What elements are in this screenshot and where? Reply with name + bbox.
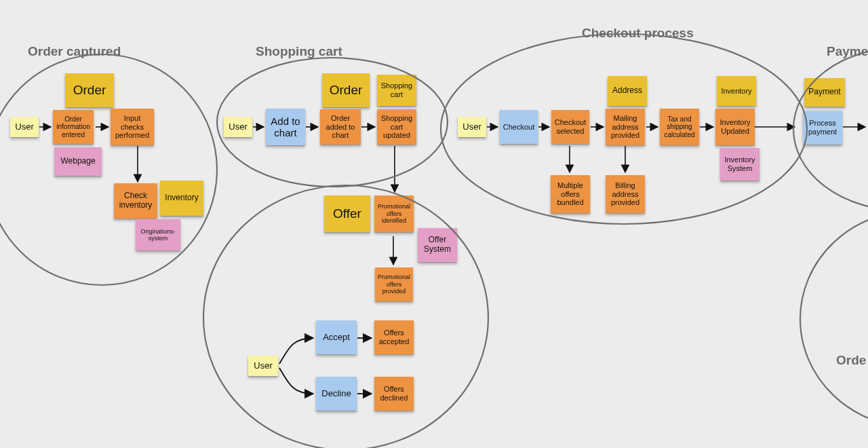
note-pm-payment[interactable]: Payment (804, 78, 845, 107)
note-of-user[interactable]: User (248, 356, 278, 376)
note-ck-address[interactable]: Address (608, 76, 647, 106)
ellipses-layer (0, 0, 868, 448)
note-ck-checkout-selected[interactable]: Checkout selected (551, 110, 589, 144)
section-title-order-captured: Order captured (28, 44, 121, 59)
note-sc-add-to-cart[interactable]: Add to chart (266, 109, 305, 145)
note-oc-inventory[interactable]: Inventory (160, 181, 203, 216)
note-of-offer-system[interactable]: Offer System (418, 228, 457, 262)
note-of-offers-accepted[interactable]: Offers accepted (374, 320, 414, 354)
note-sc-user[interactable]: User (224, 117, 252, 137)
note-oc-check-inventory[interactable]: Check inventory (114, 183, 157, 219)
note-oc-originations[interactable]: Originations-system (136, 219, 180, 250)
note-ck-inventory[interactable]: Inventory (717, 76, 756, 106)
note-pm-process-payment[interactable]: Process payment (803, 111, 842, 145)
section-title-shopping-cart: Shopping cart (256, 44, 342, 59)
note-sc-shopping-cart[interactable]: Shopping cart (377, 75, 416, 106)
note-oc-order[interactable]: Order (65, 73, 114, 107)
note-ck-tax[interactable]: Tax and shipping calculated (660, 109, 699, 145)
note-of-promo-provided[interactable]: Promotional offers provided (375, 267, 413, 301)
note-of-promo-identified[interactable]: Promotional offers identified (374, 195, 414, 232)
note-ck-mailing[interactable]: Mailing address provided (606, 109, 645, 145)
svg-point-24 (800, 210, 868, 428)
note-ck-inv-system[interactable]: Inventory System (720, 148, 760, 181)
note-oc-user[interactable]: User (10, 117, 39, 137)
note-ck-multiple-offers[interactable]: Multiple offers bundled (551, 175, 590, 213)
note-oc-input-checks[interactable]: Input checks performed (111, 109, 154, 145)
note-sc-order[interactable]: Order (322, 73, 370, 107)
note-oc-order-info[interactable]: Order information entered (53, 110, 94, 144)
section-title-checkout: Checkout process (582, 26, 694, 41)
note-of-accept[interactable]: Accept (316, 320, 357, 354)
note-oc-webpage[interactable]: Webpage (54, 147, 102, 176)
section-title-order-right: Orde (836, 353, 866, 368)
section-title-payment: Payme (827, 44, 868, 59)
note-sc-cart-updated[interactable]: Shopping cart updated (377, 109, 416, 145)
arrows-layer (0, 0, 868, 448)
note-sc-order-added[interactable]: Order added to chart (320, 109, 361, 145)
note-ck-checkout[interactable]: Checkout (500, 110, 538, 144)
note-ck-billing[interactable]: Billing address provided (606, 175, 645, 213)
note-of-offer[interactable]: Offer (324, 195, 370, 232)
note-of-decline[interactable]: Decline (316, 377, 357, 411)
note-of-offers-declined[interactable]: Offers declined (374, 377, 414, 411)
note-ck-inv-updated[interactable]: Inventory Updated (715, 109, 755, 145)
note-ck-user[interactable]: User (458, 117, 486, 137)
